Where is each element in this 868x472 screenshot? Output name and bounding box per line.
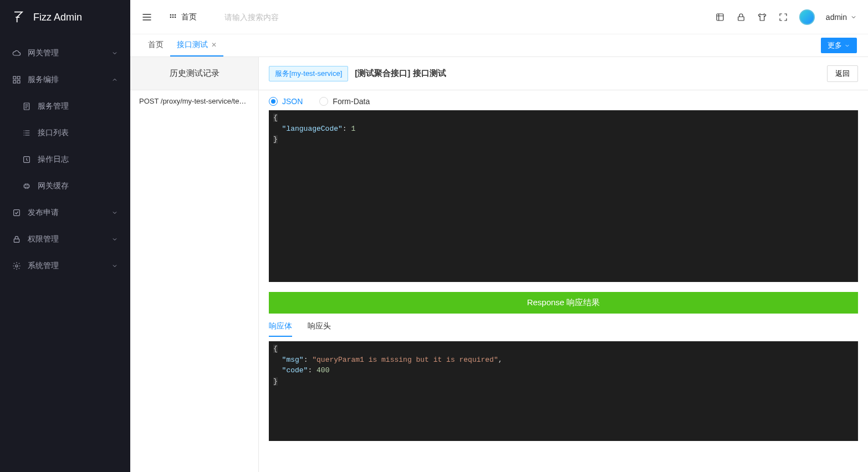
radio-formdata[interactable]: Form-Data [319,97,370,106]
menu-service-arrange[interactable]: 服务编排 [0,66,130,93]
svg-rect-16 [738,17,744,20]
svg-rect-13 [172,16,173,17]
svg-rect-15 [717,14,723,20]
menu-system[interactable]: 系统管理 [0,253,130,279]
radio-circle-icon [269,97,278,106]
content: 历史测试记录 POST /proxy/my-test-service/test-… [130,57,868,472]
submenu-service-arrange: 服务管理 接口列表 操作日志 网关缓存 [0,93,130,199]
submenu-service-manage[interactable]: 服务管理 [0,93,130,120]
body-type-radios: JSON Form-Data [259,90,868,110]
menu-publish-label: 发布申请 [28,208,111,218]
response-tabs: 响应体 响应头 [259,314,868,337]
submenu-op-log-label: 操作日志 [38,155,69,165]
svg-rect-14 [175,16,176,17]
history-icon [22,155,31,164]
radio-formdata-label: Form-Data [333,97,370,106]
grid-icon [12,75,21,84]
user-name: admin [826,13,847,22]
menu-service-arrange-label: 服务编排 [28,75,111,85]
submenu-gw-cache-label: 网关缓存 [38,181,69,191]
more-button-label: 更多 [828,40,842,50]
chevron-up-icon [111,76,118,83]
brand-name: Fizz Admin [33,12,82,23]
svg-rect-9 [170,14,171,15]
test-area: 服务[my-test-service] [测试聚合接口] 接口测试 返回 JSO… [259,57,868,472]
gear-icon [12,261,21,270]
tab-home[interactable]: 首页 [141,34,170,57]
svg-rect-0 [13,76,16,79]
chevron-down-icon [111,209,118,216]
brand-logo-icon [10,9,27,25]
resp-tab-body[interactable]: 响应体 [269,317,292,337]
apps-grid-icon [169,13,177,21]
test-title: [测试聚合接口] 接口测试 [355,68,446,79]
tab-home-label: 首页 [148,40,164,50]
brand-row: Fizz Admin [0,0,130,34]
svg-rect-6 [14,210,20,216]
cache-icon [22,182,31,191]
close-icon[interactable]: ✕ [211,41,217,49]
svg-point-8 [16,265,18,267]
menu-gateway-label: 网关管理 [28,48,111,58]
submenu-service-manage-label: 服务管理 [38,101,69,111]
chevron-down-icon [844,43,850,49]
user-menu[interactable]: admin [826,13,857,22]
radio-json[interactable]: JSON [269,97,303,106]
component-icon[interactable] [715,12,725,22]
response-body-viewer[interactable]: { "msg": "queryParam1 is missing but it … [269,341,858,441]
home-label: 首页 [181,12,197,22]
tshirt-icon[interactable] [757,12,767,22]
menu-permission-label: 权限管理 [28,234,111,244]
test-header: 服务[my-test-service] [测试聚合接口] 接口测试 返回 [259,57,868,90]
more-button[interactable]: 更多 [821,38,857,53]
svg-rect-7 [14,239,19,242]
menu-publish[interactable]: 发布申请 [0,199,130,226]
resp-tab-headers[interactable]: 响应头 [308,317,331,337]
menu-permission[interactable]: 权限管理 [0,226,130,253]
avatar[interactable] [799,9,815,25]
submenu-api-list-label: 接口列表 [38,128,69,138]
menu-gateway[interactable]: 网关管理 [0,40,130,66]
fullscreen-icon[interactable] [778,12,788,22]
request-body-editor[interactable]: { "languageCode": 1} [269,110,858,282]
nav-menu: 网关管理 服务编排 服务管理 接口列表 操作日志 [0,34,130,279]
svg-rect-11 [175,14,176,15]
sidebar: Fizz Admin 网关管理 服务编排 服务管理 接口列表 [0,0,130,472]
topbar-right: admin [715,9,857,25]
menu-system-label: 系统管理 [28,261,111,271]
back-button[interactable]: 返回 [827,65,858,82]
tab-api-test-label: 接口测试 [177,40,208,50]
svg-rect-3 [17,80,20,83]
chevron-down-icon [111,50,118,57]
cloud-icon [12,49,21,58]
svg-rect-1 [17,76,20,79]
service-tag: 服务[my-test-service] [269,66,348,81]
svg-rect-2 [13,80,16,83]
chevron-down-icon [850,14,857,20]
radio-circle-icon [319,97,328,106]
response-banner: Response 响应结果 [269,292,858,314]
svg-rect-12 [170,16,171,17]
main: 首页 admin 首页 接口测试 ✕ [130,0,868,472]
list-icon [22,129,31,137]
publish-icon [12,208,21,217]
menu-toggle-icon[interactable] [141,12,152,23]
submenu-api-list[interactable]: 接口列表 [0,120,130,146]
doc-icon [22,102,31,111]
search-input[interactable] [224,13,715,22]
history-panel: 历史测试记录 POST /proxy/my-test-service/test-… [130,57,259,472]
page-tabs: 首页 接口测试 ✕ 更多 [130,34,868,57]
topbar: 首页 admin [130,0,868,34]
lock-icon [12,235,21,244]
history-title: 历史测试记录 [130,57,258,90]
history-item[interactable]: POST /proxy/my-test-service/test-a [130,90,258,112]
chevron-down-icon [111,236,118,243]
svg-rect-10 [172,14,173,15]
chevron-down-icon [111,263,118,269]
tab-api-test[interactable]: 接口测试 ✕ [170,34,223,57]
submenu-op-log[interactable]: 操作日志 [0,146,130,173]
home-link[interactable]: 首页 [169,12,197,22]
lock-icon[interactable] [736,12,746,22]
radio-json-label: JSON [282,97,303,106]
submenu-gw-cache[interactable]: 网关缓存 [0,173,130,199]
